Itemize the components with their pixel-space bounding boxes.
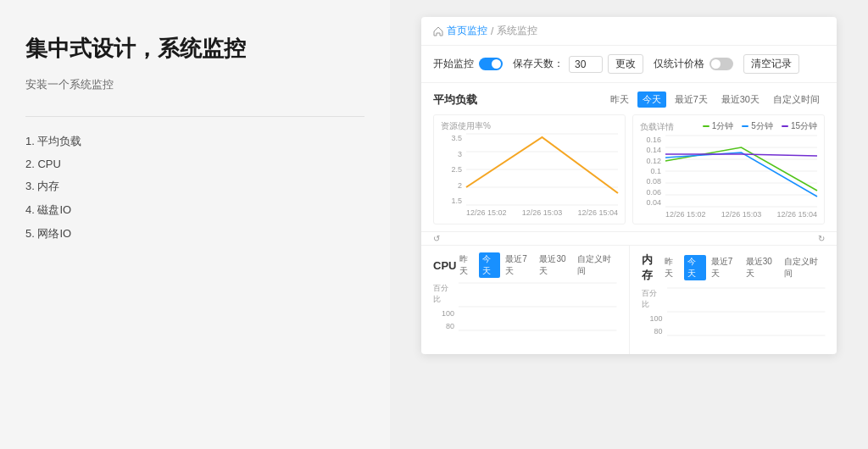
cpu-tab-today[interactable]: 今天 xyxy=(479,252,500,278)
days-item: 保存天数： 更改 xyxy=(513,54,643,74)
toggle-label: 开始监控 xyxy=(433,57,474,71)
memory-header: 内存 昨天 今天 最近7天 最近30天 自定义时间 xyxy=(642,252,826,283)
legend-1min: 1分钟 xyxy=(703,120,734,132)
memory-time-tabs: 昨天 今天 最近7天 最近30天 自定义时间 xyxy=(661,255,825,280)
load-chart-content xyxy=(665,136,817,207)
memory-section: 内存 昨天 今天 最近7天 最近30天 自定义时间 百分比 100 80 xyxy=(630,246,837,354)
scroll-left-icon[interactable]: ↺ xyxy=(433,234,440,243)
memory-svg xyxy=(667,288,826,335)
toolbar: 开始监控 保存天数： 更改 仅统计价格 清空记录 xyxy=(421,46,837,83)
days-input[interactable] xyxy=(569,56,603,73)
clear-button[interactable]: 清空记录 xyxy=(743,54,799,74)
toggle-item: 开始监控 xyxy=(433,57,503,71)
load-legend: 1分钟 5分钟 15分钟 xyxy=(703,120,817,132)
nav-item-2[interactable]: 2. CPU xyxy=(25,158,364,170)
monitor-window: 首页监控 / 系统监控 开始监控 保存天数： 更改 仅统计价格 清空记录 xyxy=(421,17,837,354)
avg-load-section: 平均负载 昨天 今天 最近7天 最近30天 自定义时间 资源使用率% 3.5 xyxy=(421,83,837,231)
load-chart-area: 0.16 0.14 0.12 0.1 0.08 0.06 0.04 xyxy=(640,136,817,220)
right-panel: 首页监控 / 系统监控 开始监控 保存天数： 更改 仅统计价格 清空记录 xyxy=(390,0,868,449)
breadcrumb-current: 系统监控 xyxy=(497,24,537,38)
legend-5min-label: 5分钟 xyxy=(751,120,773,132)
nav-item-4[interactable]: 4. 磁盘IO xyxy=(25,202,364,218)
legend-5min-dot xyxy=(742,125,748,127)
charts-row: 资源使用率% 3.5 3 2.5 2 1.5 xyxy=(433,114,825,224)
scroll-right-icon[interactable]: ↻ xyxy=(818,234,825,243)
nav-item-1[interactable]: 1. 平均负载 xyxy=(25,134,364,149)
cpu-tab-7days[interactable]: 最近7天 xyxy=(502,252,534,278)
avg-load-title: 平均负载 xyxy=(433,92,477,108)
cpu-section: CPU 昨天 今天 最近7天 最近30天 自定义时间 百分比 100 80 xyxy=(421,246,630,354)
legend-15min-dot xyxy=(782,125,788,127)
monitor-toggle[interactable] xyxy=(479,58,503,70)
nav-item-5[interactable]: 5. 网络IO xyxy=(25,226,364,241)
memory-y-axis: 百分比 100 80 xyxy=(642,288,665,335)
section-header: 平均负载 昨天 今天 最近7天 最近30天 自定义时间 xyxy=(433,91,825,108)
memory-title: 内存 xyxy=(642,252,661,283)
nav-list: 1. 平均负载 2. CPU 3. 内存 4. 磁盘IO 5. 网络IO xyxy=(25,134,364,241)
resource-y-axis: 3.5 3 2.5 2 1.5 xyxy=(441,134,465,205)
resource-chart-area: 3.5 3 2.5 2 1.5 xyxy=(441,134,618,219)
nav-item-3[interactable]: 3. 内存 xyxy=(25,179,364,194)
cpu-time-tabs: 昨天 今天 最近7天 最近30天 自定义时间 xyxy=(456,252,616,278)
cpu-header: CPU 昨天 今天 最近7天 最近30天 自定义时间 xyxy=(433,252,617,278)
tab-today[interactable]: 今天 xyxy=(637,91,666,108)
load-svg xyxy=(665,136,817,207)
breadcrumb-separator: / xyxy=(491,25,493,37)
billing-label: 仅统计价格 xyxy=(654,57,704,71)
bottom-row: CPU 昨天 今天 最近7天 最近30天 自定义时间 百分比 100 80 xyxy=(421,245,837,354)
page-subtitle: 安装一个系统监控 xyxy=(25,77,364,92)
resource-chart-content xyxy=(466,134,618,205)
cpu-y-axis: 百分比 100 80 xyxy=(433,283,457,330)
avg-time-tabs: 昨天 今天 最近7天 最近30天 自定义时间 xyxy=(605,91,825,108)
resource-chart-box: 资源使用率% 3.5 3 2.5 2 1.5 xyxy=(433,114,626,224)
home-icon xyxy=(433,26,443,36)
mem-tab-custom[interactable]: 自定义时间 xyxy=(781,255,825,280)
resource-chart-label: 资源使用率% xyxy=(441,120,618,132)
legend-5min: 5分钟 xyxy=(742,120,773,132)
tab-30days[interactable]: 最近30天 xyxy=(716,91,765,108)
billing-toggle[interactable] xyxy=(709,58,733,70)
cpu-tab-yesterday[interactable]: 昨天 xyxy=(456,252,477,278)
load-detail-chart-box: 负载详情 1分钟 5分钟 xyxy=(632,114,825,224)
change-button[interactable]: 更改 xyxy=(608,54,643,74)
tab-yesterday[interactable]: 昨天 xyxy=(605,91,634,108)
scroll-hint: ↺ ↻ xyxy=(421,231,837,245)
load-x-axis: 12/26 15:02 12/26 15:03 12/26 15:04 xyxy=(665,208,817,220)
divider xyxy=(25,116,364,117)
billing-item: 仅统计价格 xyxy=(654,57,733,71)
resource-x-axis: 12/26 15:02 12/26 15:03 12/26 15:04 xyxy=(466,207,618,219)
legend-1min-dot xyxy=(703,125,709,127)
cpu-chart: 百分比 100 80 xyxy=(433,283,617,342)
cpu-tab-custom[interactable]: 自定义时间 xyxy=(574,252,616,278)
legend-15min: 15分钟 xyxy=(782,120,817,132)
mem-tab-today[interactable]: 今天 xyxy=(684,255,705,280)
page-title: 集中式设计，系统监控 xyxy=(25,34,364,64)
breadcrumb: 首页监控 / 系统监控 xyxy=(421,17,837,46)
load-y-axis: 0.16 0.14 0.12 0.1 0.08 0.06 0.04 xyxy=(640,136,664,207)
legend-1min-label: 1分钟 xyxy=(712,120,734,132)
tab-7days[interactable]: 最近7天 xyxy=(670,91,713,108)
tab-custom[interactable]: 自定义时间 xyxy=(768,91,825,108)
days-label: 保存天数： xyxy=(513,57,564,71)
cpu-title: CPU xyxy=(433,259,456,272)
load-detail-label: 负载详情 xyxy=(640,121,674,133)
left-panel: 集中式设计，系统监控 安装一个系统监控 1. 平均负载 2. CPU 3. 内存… xyxy=(0,0,390,449)
mem-tab-7days[interactable]: 最近7天 xyxy=(708,255,741,280)
resource-svg xyxy=(466,134,618,205)
memory-chart: 百分比 100 80 xyxy=(642,288,826,347)
cpu-svg xyxy=(459,283,617,330)
cpu-tab-30days[interactable]: 最近30天 xyxy=(536,252,572,278)
mem-tab-30days[interactable]: 最近30天 xyxy=(743,255,780,280)
mem-tab-yesterday[interactable]: 昨天 xyxy=(661,255,682,280)
breadcrumb-home[interactable]: 首页监控 xyxy=(447,24,487,38)
legend-15min-label: 15分钟 xyxy=(791,120,817,132)
